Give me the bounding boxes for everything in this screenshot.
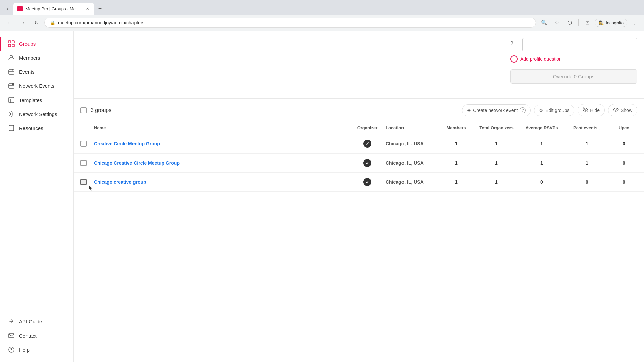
settings-icon: ⚙ xyxy=(539,108,543,113)
tab-close-button[interactable]: ✕ xyxy=(85,6,90,11)
sidebar-item-members[interactable]: Members xyxy=(0,51,73,65)
sidebar-item-api-guide[interactable]: API Guide xyxy=(0,314,73,328)
header-upcoming: Upco xyxy=(610,125,637,130)
header-average-rsvps: Average RSVPs xyxy=(520,125,564,130)
eye-off-icon xyxy=(583,107,588,113)
search-button[interactable]: 🔍 xyxy=(539,17,549,28)
row-1-location: Chicago, IL, USA xyxy=(386,141,439,146)
sidebar-item-templates-label: Templates xyxy=(19,97,42,103)
question-number: 2. xyxy=(510,38,518,47)
help-icon xyxy=(8,346,15,353)
active-tab[interactable]: m Meetup Pro | Groups - Meetup ✕ xyxy=(13,3,94,15)
sidebar-item-resources[interactable]: Resources xyxy=(0,121,73,135)
add-profile-question-label: Add profile question xyxy=(520,56,562,62)
tab-switcher[interactable]: › xyxy=(3,4,12,13)
header-total-organizers: Total Organizers xyxy=(473,125,520,130)
header-location: Location xyxy=(386,125,439,130)
row-1-organizer: ✓ xyxy=(349,140,386,148)
sidebar-item-resources-label: Resources xyxy=(19,125,43,131)
tab-title: Meetup Pro | Groups - Meetup xyxy=(25,6,82,11)
groups-count: 3 groups xyxy=(91,107,111,113)
table-row: Chicago Creative Circle Meetup Group ✓ C… xyxy=(74,154,644,173)
profile-question-input[interactable] xyxy=(522,38,637,51)
events-icon xyxy=(8,68,15,75)
incognito-indicator: 🕵 Incognito xyxy=(595,19,627,27)
row-2-average-rsvps: 1 xyxy=(520,160,564,166)
header-name: Name xyxy=(94,125,349,130)
groups-area: 3 groups ⊕ Create network event ? ⚙ Edit… xyxy=(74,99,644,192)
header-organizer: Organizer xyxy=(349,125,386,130)
plus-circle-icon: ⊕ xyxy=(467,108,471,113)
groups-actions: ⊕ Create network event ? ⚙ Edit groups xyxy=(462,104,637,116)
incognito-label: Incognito xyxy=(606,20,624,25)
sidebar-item-groups[interactable]: Groups xyxy=(0,37,73,51)
row-1-name-link[interactable]: Creative Circle Meetup Group xyxy=(94,141,160,146)
forward-button[interactable]: → xyxy=(17,17,28,28)
row-3-checkbox[interactable] xyxy=(80,179,87,185)
sidebar-item-events-label: Events xyxy=(19,69,35,75)
svg-point-14 xyxy=(615,109,616,110)
left-panel-area xyxy=(74,31,503,98)
select-all-checkbox[interactable] xyxy=(80,107,87,113)
sidebar-item-api-guide-label: API Guide xyxy=(19,319,42,324)
sort-down-icon: ↓ xyxy=(599,126,601,130)
edit-groups-button[interactable]: ⚙ Edit groups xyxy=(534,105,574,116)
sidebar-item-events[interactable]: Events xyxy=(0,65,73,79)
row-3-organizer: ✓ xyxy=(349,178,386,186)
sidebar-item-network-settings[interactable]: Network Settings xyxy=(0,107,73,121)
hide-button[interactable]: Hide xyxy=(578,104,605,116)
row-3-organizer-verified-icon: ✓ xyxy=(363,178,371,186)
row-2-organizer-verified-icon: ✓ xyxy=(363,159,371,167)
row-2-checkbox-cell xyxy=(80,160,94,166)
row-2-past-events: 1 xyxy=(564,160,610,166)
svg-rect-2 xyxy=(8,44,11,47)
sidebar-item-members-label: Members xyxy=(19,55,40,61)
resources-icon xyxy=(8,124,15,132)
templates-icon xyxy=(8,96,15,104)
center-content: 2. + Add profile question Override 0 Gro… xyxy=(74,31,644,362)
nav-divider xyxy=(578,19,579,26)
table-header: Name Organizer Location Members Total Or… xyxy=(74,122,644,134)
show-button[interactable]: Show xyxy=(608,104,637,116)
sidebar-item-templates[interactable]: Templates xyxy=(0,93,73,107)
reload-button[interactable]: ↻ xyxy=(31,17,42,28)
row-1-average-rsvps: 1 xyxy=(520,141,564,146)
row-2-organizer: ✓ xyxy=(349,159,386,167)
eye-icon xyxy=(613,107,619,113)
hide-label: Hide xyxy=(590,108,600,113)
svg-rect-8 xyxy=(9,97,14,103)
sidebar-item-help[interactable]: Help xyxy=(0,343,73,357)
sidebar-item-network-settings-label: Network Settings xyxy=(19,111,57,117)
bookmark-button[interactable]: ☆ xyxy=(551,17,562,28)
row-2-total-organizers: 1 xyxy=(473,160,520,166)
row-2-members: 1 xyxy=(439,160,473,166)
svg-point-12 xyxy=(11,351,11,351)
row-2-location: Chicago, IL, USA xyxy=(386,160,439,166)
back-button[interactable]: ← xyxy=(4,17,15,28)
override-groups-button[interactable]: Override 0 Groups xyxy=(510,69,637,84)
create-network-event-label: Create network event xyxy=(473,108,518,113)
sidebar-item-network-events[interactable]: Network Events xyxy=(0,79,73,93)
row-2-upcoming: 0 xyxy=(610,160,637,166)
extensions-button[interactable]: ⬡ xyxy=(564,17,575,28)
tab-favicon: m xyxy=(17,6,23,11)
create-network-event-button[interactable]: ⊕ Create network event ? xyxy=(462,104,531,116)
row-2-checkbox[interactable] xyxy=(80,160,87,166)
add-profile-question-button[interactable]: + Add profile question xyxy=(510,55,637,63)
profile-questions-panel: 2. + Add profile question Override 0 Gro… xyxy=(74,31,644,99)
sidebar-item-contact[interactable]: Contact xyxy=(0,328,73,343)
groups-count-row: 3 groups xyxy=(80,107,111,113)
incognito-icon: 🕵 xyxy=(598,20,604,25)
main-content: 2. + Add profile question Override 0 Gro… xyxy=(74,31,644,362)
new-tab-button[interactable]: + xyxy=(95,4,105,13)
svg-point-7 xyxy=(12,83,14,85)
menu-button[interactable]: ⋮ xyxy=(629,17,640,28)
address-bar[interactable]: 🔒 meetup.com/pro/moodjoy/admin/chapters xyxy=(44,18,536,28)
sidebar-item-groups-label: Groups xyxy=(19,41,36,47)
row-2-name-link[interactable]: Chicago Creative Circle Meetup Group xyxy=(94,160,180,166)
svg-rect-1 xyxy=(12,41,14,43)
profile-button[interactable]: ⊡ xyxy=(582,17,593,28)
row-3-name-link[interactable]: Chicago creative group xyxy=(94,179,146,185)
row-1-checkbox[interactable] xyxy=(80,141,87,147)
sidebar: Groups Members Events xyxy=(0,31,74,362)
